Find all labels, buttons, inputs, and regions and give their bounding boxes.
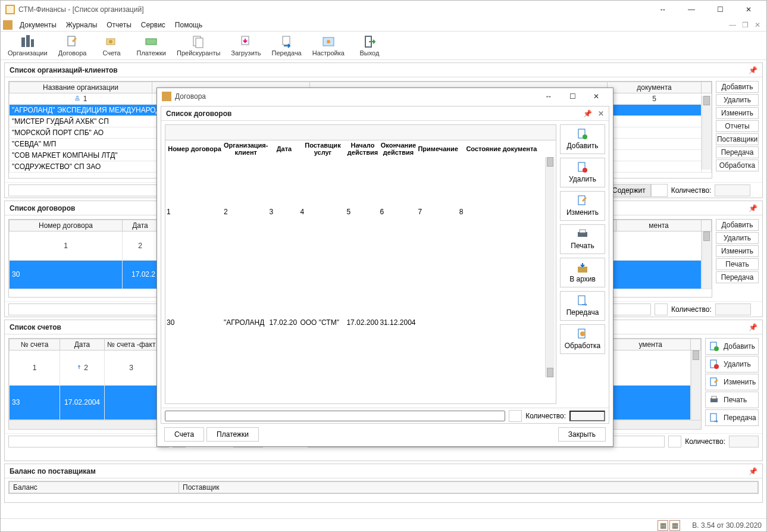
sort-asc-icon[interactable] [74,95,81,101]
dlg-add-button[interactable]: Добавить [560,124,605,154]
dlg-print-button[interactable]: Печать [560,224,605,254]
mdi-restore-button[interactable]: ❐ [742,21,749,29]
menu-help[interactable]: Помощь [170,20,207,30]
invoices-add-button[interactable]: Добавить [705,338,759,355]
printer-icon [709,395,719,405]
dlg-search-input[interactable] [165,411,505,421]
menu-reports[interactable]: Отчеты [102,20,136,30]
archive-icon [577,262,588,274]
dlg-payments-button[interactable]: Платежки [206,427,259,442]
dlg-transfer-button[interactable]: Передача [560,291,605,321]
contracts-delete-button[interactable]: Удалить [716,232,759,244]
menu-service[interactable]: Сервис [136,20,170,30]
mdi-minimize-button[interactable]: — [729,21,736,29]
table-row[interactable]: 30 "АГРОЛАНД 17.02.20 ООО "СТМ" 17.02.20… [167,268,555,377]
pin-icon[interactable]: 📌 [749,467,757,475]
panel-balance: Баланс по поставщикам📌 БалансПоставщик [4,464,763,503]
filter-contains-button[interactable]: Содержит [607,184,651,197]
svg-rect-2 [3,20,12,30]
dialog-titlebar[interactable]: Договора ↔ ☐ ✕ [157,88,613,105]
pin-icon[interactable]: 📌 [749,204,757,212]
dialog-resize-icon[interactable]: ↔ [537,89,561,104]
svg-rect-33 [578,267,587,273]
org-qty-value [715,184,750,196]
invoices-check2[interactable] [668,436,681,447]
toolbar-contracts[interactable]: Договора [56,34,89,58]
svg-rect-32 [580,230,586,233]
svg-rect-11 [196,38,203,48]
col-doc[interactable]: документа [608,82,702,93]
invoices-delete-button[interactable]: Удалить [705,356,759,373]
gear-icon [322,35,335,48]
menu-documents[interactable]: Документы [15,20,61,30]
pin-icon[interactable]: 📌 [583,109,592,118]
status-icon-1[interactable]: ▦ [658,520,668,531]
invoices-qty2-value [729,436,759,447]
dialog-title: Договора [175,92,537,101]
col-contract-num[interactable]: Номер договора [10,220,123,231]
svg-rect-23 [712,396,716,399]
org-reports-button[interactable]: Отчеты [716,120,759,132]
contracts-print-button[interactable]: Печать [716,258,759,270]
org-add-button[interactable]: Добавить [716,81,759,93]
dialog-close-button[interactable]: ✕ [584,89,608,104]
balance-grid[interactable]: БалансПоставщик [8,481,759,494]
invoices-print-button[interactable]: Печать [705,392,759,408]
toolbar-payments[interactable]: Платежки [134,34,168,58]
svg-point-20 [714,364,719,369]
dlg-archive-button[interactable]: В архив [560,258,605,287]
org-transfer-button[interactable]: Передача [716,146,759,158]
dlg-close-button[interactable]: Закрыть [558,427,606,442]
contracts-transfer-button[interactable]: Передача [716,271,759,283]
invoices-transfer-button[interactable]: Передача [705,409,759,426]
contracts-add-button[interactable]: Добавить [716,219,759,231]
toolbar-invoices[interactable]: Счета [95,34,129,58]
mdi-close-button[interactable]: ✕ [755,21,760,29]
dlg-delete-button[interactable]: Удалить [560,158,605,187]
contracts-edit-button[interactable]: Изменить [716,245,759,257]
window-close-button[interactable]: ✕ [735,1,762,18]
panel-contracts-title: Список договоров [10,204,75,212]
window-minimize-button[interactable]: — [678,1,705,18]
panel-close-icon[interactable]: ✕ [598,109,604,118]
toolbar-transfer[interactable]: Передача [270,34,304,58]
dialog-icon [162,92,171,101]
org-process-button[interactable]: Обработка [716,159,759,171]
dlg-process-button[interactable]: Обработка [560,324,605,354]
document-x-icon [577,162,588,174]
dlg-edit-button[interactable]: Изменить [560,191,605,221]
org-edit-button[interactable]: Изменить [716,107,759,119]
col-contract-date[interactable]: Дата [123,220,158,231]
sort-asc-icon[interactable] [76,364,82,370]
org-suppliers-button[interactable]: Поставщики [716,133,759,145]
dlg-qty-label: Количество: [525,412,566,420]
toolbar-organizations[interactable]: Организации [5,34,50,58]
toolbar-settings[interactable]: Настройка [310,34,347,58]
status-icon-2[interactable]: ▦ [669,520,680,531]
svg-rect-4 [26,35,30,47]
window-maximize-button[interactable]: ☐ [707,1,733,18]
dlg-filter-check[interactable] [509,410,522,422]
svg-rect-1 [7,6,14,13]
toolbar-pricelists[interactable]: Прейскуранты [174,34,223,58]
filter-toggle-button[interactable] [651,184,668,197]
svg-rect-9 [146,39,156,45]
menu-journals[interactable]: Журналы [61,20,102,30]
resize-handle-icon[interactable]: ↔ [650,1,676,18]
svg-point-27 [583,134,587,139]
dialog-maximize-button[interactable]: ☐ [561,89,584,104]
org-delete-button[interactable]: Удалить [716,94,759,106]
toolbar-load[interactable]: Загрузить [228,34,263,58]
dlg-invoices-button[interactable]: Счета [164,427,204,442]
invoices-search1[interactable] [8,436,169,447]
svg-point-29 [583,168,587,173]
col-org-name[interactable]: Название организации [10,82,152,93]
toolbar-exit[interactable]: Выход [353,34,386,58]
contracts-filter-check[interactable] [655,303,668,315]
pin-icon[interactable]: 📌 [749,66,757,74]
dialog-contracts-grid[interactable]: Номер договора Организация-клиент Дата П… [165,124,556,404]
svg-rect-34 [578,296,585,305]
invoices-edit-button[interactable]: Изменить [705,374,759,390]
pin-icon[interactable]: 📌 [749,323,757,331]
exit-icon [363,35,376,48]
